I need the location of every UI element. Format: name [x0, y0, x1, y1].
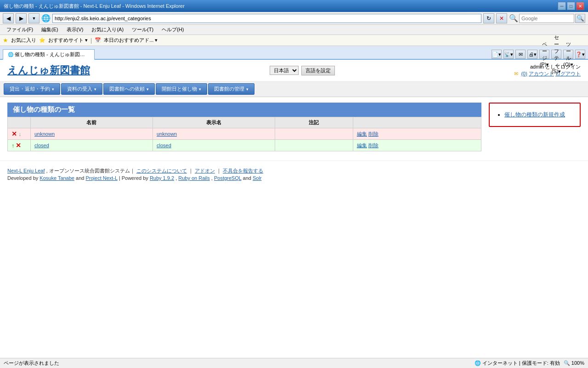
forward-button[interactable]: ▶	[16, 13, 27, 23]
row-closed-name: closed	[31, 140, 153, 151]
user-section: admin としてログイン ✉ (0) アカウント ログアウト	[514, 63, 581, 77]
site-header: えんじゅ新図書館 日本語 言語を設定 admin としてログイン ✉ (0) ア…	[0, 60, 588, 81]
search-button[interactable]: 🔍	[575, 14, 585, 23]
row-closed-display: closed	[153, 140, 275, 151]
menu-help[interactable]: ヘルプ(H)	[158, 25, 187, 34]
tools-button[interactable]: ツール(O)▾	[563, 50, 573, 59]
minimize-button[interactable]: ─	[558, 2, 566, 10]
postgresql-link[interactable]: PostgreSQL	[214, 175, 242, 181]
page-button[interactable]: ページ(P)▾	[539, 50, 549, 59]
page-title-bar: 催し物の種類の一覧	[7, 103, 481, 117]
page-tools-button[interactable]: 📄▾	[492, 50, 502, 59]
nav-checkout-label: 貸出・返却・予約	[10, 86, 50, 92]
set-language-button[interactable]: 言語を設定	[301, 66, 335, 75]
nav-request[interactable]: 図書館への依頼 ▾	[103, 83, 155, 95]
closed-edit-link[interactable]: 編集	[357, 143, 367, 148]
title-bar: 催し物の種類 - えんじゅ新図書館 - Next-L Enju Leaf - W…	[0, 0, 588, 12]
tab-bar: 🌐 催し物の種類 - えんじゅ新図書館 - Next-L Enj... ✕ 📄▾…	[0, 46, 588, 60]
nav-events[interactable]: 開館日と催し物 ▾	[156, 83, 207, 95]
footer-and: and	[76, 175, 85, 181]
back-button[interactable]: ◀	[3, 13, 14, 23]
delete-icon[interactable]: ✕	[11, 130, 17, 138]
up-arrow-icon[interactable]: ↑	[11, 143, 14, 149]
footer-powered-by: | Powered by	[119, 175, 150, 181]
delete-icon[interactable]: ✕	[16, 142, 21, 149]
user-links: ✉ (0) アカウント ログアウト	[514, 70, 581, 77]
browser-icon: 🌐	[41, 14, 51, 23]
row-unknown-icons: ✕ ↓	[8, 128, 31, 140]
stop-button[interactable]: ✕	[496, 13, 507, 23]
nav-admin[interactable]: 図書館の管理 ▾	[208, 83, 254, 95]
tab-label: 催し物の種類 - えんじゅ新図書館 - Next-L Enj...	[15, 52, 95, 57]
nav-request-label: 図書館への依頼	[109, 86, 145, 92]
unknown-delete-link[interactable]: 削除	[368, 131, 379, 137]
suggested-sites[interactable]: おすすめサイト ▾	[48, 37, 88, 44]
about-link[interactable]: このシステムについて	[136, 168, 187, 173]
row-unknown-note	[275, 128, 353, 140]
footer-line1: Next-L Enju Leaf , オープンソース統合図書館システム｜ このシ…	[7, 167, 581, 174]
nav-events-arrow: ▾	[199, 87, 201, 92]
dropdown-button[interactable]: ▼	[28, 13, 40, 23]
browser-content: えんじゅ新図書館 日本語 言語を設定 admin としてログイン ✉ (0) ア…	[0, 60, 588, 187]
user-greeting: admin としてログイン	[514, 63, 581, 70]
language-section: 日本語 言語を設定	[270, 66, 335, 75]
rails-link[interactable]: Ruby on Rails	[178, 175, 209, 181]
google-logo: 🔍	[509, 14, 518, 23]
enju-leaf-link[interactable]: Next-L Enju Leaf	[7, 168, 45, 173]
sidebar-item-new: 催し物の種類の新規作成	[504, 111, 574, 119]
closed-delete-link[interactable]: 削除	[368, 143, 379, 148]
menu-tools[interactable]: ツール(T)	[128, 25, 157, 34]
col-note-header: 注記	[275, 117, 353, 128]
menu-favorites[interactable]: お気に入り(A)	[88, 25, 127, 34]
refresh-button[interactable]: ↻	[483, 13, 494, 23]
col-name-header: 名前	[31, 117, 153, 128]
sidebar-list: 催し物の種類の新規作成	[495, 111, 574, 119]
menu-bar: ファイル(F) 編集(E) 表示(V) お気に入り(A) ツール(T) ヘルプ(…	[0, 25, 588, 35]
ruby-link[interactable]: Ruby 1.9.2	[150, 175, 174, 181]
new-category-link[interactable]: 催し物の種類の新規作成	[504, 111, 565, 118]
unknown-name-link[interactable]: unknown	[34, 131, 55, 137]
logout-link[interactable]: ログアウト	[555, 71, 581, 76]
site-logo[interactable]: えんじゅ新図書館	[7, 63, 90, 77]
project-nextl-link[interactable]: Project Next-L	[85, 175, 117, 181]
kosuke-tanabe-link[interactable]: Kosuke Tanabe	[40, 175, 74, 181]
mail-count[interactable]: (0)	[521, 71, 527, 76]
closed-display-link[interactable]: closed	[157, 143, 171, 148]
down-arrow-icon[interactable]: ↓	[18, 131, 21, 138]
addon-link[interactable]: アドオン	[195, 168, 215, 173]
page-footer: Next-L Enju Leaf , オープンソース統合図書館システム｜ このシ…	[0, 161, 588, 187]
favorites-link[interactable]: お気に入り	[11, 37, 36, 44]
active-tab[interactable]: 🌐 催し物の種類 - えんじゅ新図書館 - Next-L Enj... ✕	[3, 49, 95, 60]
account-link[interactable]: アカウント	[529, 71, 554, 76]
print-button[interactable]: 🖨▾	[527, 50, 537, 59]
address-input[interactable]	[52, 14, 481, 23]
report-link[interactable]: 不具合を報告する	[223, 168, 263, 173]
maximize-button[interactable]: □	[567, 2, 575, 10]
tab-toolbar: 📄▾ 📡▾ ✉ 🖨▾ ページ(P)▾ セーフティ(S)▾ ツール(O)▾ ❓▾	[492, 50, 585, 59]
nav-checkout[interactable]: 貸出・返却・予約 ▾	[4, 83, 60, 95]
row-unknown-actions: 編集 削除	[353, 128, 481, 140]
menu-file[interactable]: ファイル(F)	[3, 25, 37, 34]
event-categories-table: 名前 表示名 注記 ✕ ↓ unknown	[7, 117, 481, 151]
safety-button[interactable]: セーフティ(S)▾	[551, 50, 561, 59]
closed-name-link[interactable]: closed	[34, 143, 49, 148]
menu-edit[interactable]: 編集(E)	[38, 25, 62, 34]
favorites-icon: ⭐	[39, 37, 45, 43]
table-row: ✕ ↓ unknown unknown 編集	[8, 128, 481, 140]
search-input[interactable]	[519, 14, 574, 23]
calendar-icon: 📅	[95, 37, 101, 43]
unknown-display-link[interactable]: unknown	[157, 131, 177, 137]
unknown-edit-link[interactable]: 編集	[357, 131, 367, 137]
language-select[interactable]: 日本語	[270, 66, 299, 75]
help-button[interactable]: ❓▾	[575, 50, 585, 59]
nav-receive-label: 資料の受入	[67, 86, 92, 92]
email-page-button[interactable]: ✉	[515, 50, 526, 59]
menu-view[interactable]: 表示(V)	[63, 25, 87, 34]
address-bar: ◀ ▶ ▼ 🌐 ↻ ✕ 🔍 🔍	[0, 12, 588, 25]
today-recommend[interactable]: 本日のおすすめアド... ▾	[104, 37, 158, 44]
close-button[interactable]: ✕	[576, 2, 584, 10]
nav-events-label: 開館日と催し物	[162, 86, 197, 92]
nav-receive[interactable]: 資料の受入 ▾	[61, 83, 102, 95]
solr-link[interactable]: Solr	[253, 175, 262, 181]
rss-button[interactable]: 📡▾	[503, 50, 514, 59]
